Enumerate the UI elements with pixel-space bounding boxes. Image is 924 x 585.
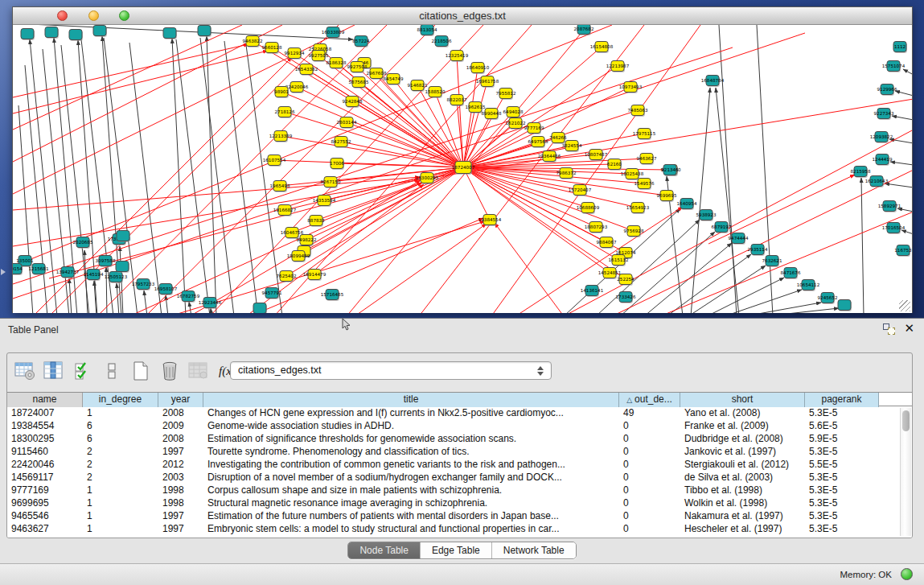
table-selector-dropdown[interactable]: citations_edges.txt [230, 361, 552, 380]
graph-node[interactable]: 12325419 [446, 51, 469, 63]
graph-node[interactable]: 9463822 [243, 36, 263, 48]
table-scrollbar[interactable] [900, 408, 911, 536]
graph-node[interactable]: 8215958 [851, 167, 871, 179]
float-panel-icon[interactable] [883, 323, 895, 335]
graph-node[interactable] [163, 28, 177, 40]
graph-node[interactable] [21, 29, 35, 41]
graph-node[interactable]: 9463627 [637, 154, 657, 166]
graph-node[interactable]: 887833 [307, 216, 325, 228]
graph-node[interactable]: 9457791 [262, 288, 282, 300]
citation-edge-black[interactable] [885, 183, 912, 187]
graph-node[interactable]: 1244419 [873, 154, 893, 167]
graph-node[interactable]: 1965498 [270, 181, 290, 193]
graph-node[interactable]: 921346 [661, 165, 679, 177]
graph-node[interactable] [117, 231, 130, 243]
graph-node[interactable]: 9699695 [657, 191, 677, 203]
citation-edge-black[interactable] [716, 88, 739, 313]
citation-edge-black[interactable] [890, 162, 912, 165]
table-scrollbar-thumb[interactable] [902, 410, 910, 431]
citation-edge-black[interactable] [117, 283, 119, 313]
citation-edge-red[interactable] [355, 224, 487, 313]
table-settings-icon[interactable] [14, 360, 35, 382]
citation-edge-black[interactable] [224, 41, 258, 313]
graph-node[interactable]: 19166827 [273, 205, 297, 217]
graph-node[interactable] [116, 262, 129, 274]
graph-node[interactable]: 9227343 [874, 109, 894, 121]
citation-edge-black[interactable] [620, 232, 715, 313]
graph-node[interactable]: 12093822 [870, 132, 893, 144]
graph-node[interactable]: 16210643 [865, 176, 889, 188]
table-row[interactable]: 977716911998Corpus callosum shape and si… [7, 484, 899, 497]
graph-node[interactable] [253, 303, 267, 314]
column-header-in_degree[interactable]: in_degree [83, 393, 158, 407]
graph-node[interactable]: 9777169 [524, 123, 544, 135]
graph-node[interactable]: 8186328 [326, 58, 347, 70]
citation-edge-red[interactable] [13, 25, 242, 130]
citation-network-graph[interactable]: 9463822966012899129342522605899275051654… [13, 25, 912, 313]
table-row[interactable]: 969969511998Structural magnetic resonanc… [7, 497, 899, 510]
graph-node[interactable]: 2087682 [574, 25, 594, 35]
graph-node[interactable]: 12213987 [606, 61, 630, 73]
graph-node[interactable]: 2020685 [73, 237, 93, 249]
citation-edge-black[interactable] [691, 88, 710, 313]
citation-edge-red[interactable] [564, 130, 912, 313]
graph-node[interactable]: 16033809 [322, 27, 345, 39]
table-body[interactable]: 1872400712008Changes of HCN gene express… [7, 407, 899, 538]
citation-edge-black[interactable] [189, 302, 191, 313]
citation-edge-black[interactable] [901, 230, 912, 234]
graph-node[interactable]: 17016504 [882, 223, 906, 235]
graph-node[interactable]: 7986372 [556, 168, 577, 180]
citation-edge-black[interactable] [166, 295, 168, 313]
delete-column-disabled-icon[interactable] [187, 360, 209, 382]
citation-edge-black[interactable] [13, 25, 353, 39]
graph-node[interactable]: 39154 [13, 264, 23, 276]
graph-node[interactable]: 1588520 [425, 87, 446, 99]
table-row[interactable]: 2242004622012Investigating the contribut… [7, 459, 899, 472]
graph-node[interactable]: 746266 [549, 133, 567, 145]
graph-node[interactable]: 2803144 [337, 117, 357, 130]
tab-edge-table[interactable]: Edge Table [421, 542, 492, 558]
citation-edge-red[interactable] [146, 25, 435, 313]
network-view-window[interactable]: citations_edges.txt 94638229660128991293… [12, 6, 913, 313]
table-row[interactable]: 1830029562008Estimation of significance … [7, 433, 899, 446]
graph-node[interactable]: 15751074 [882, 61, 906, 73]
row-height-icon[interactable] [101, 360, 122, 382]
graph-node[interactable]: 17975115 [633, 129, 656, 141]
graph-node[interactable]: 16107554 [263, 155, 286, 167]
citation-edge-from-hub[interactable] [281, 92, 463, 167]
graph-node[interactable]: 7632621 [762, 256, 782, 268]
graph-node[interactable]: 2935114 [748, 245, 768, 257]
table-row[interactable]: 911546021997Tourette syndrome. Phenomeno… [7, 446, 899, 459]
insert-column-icon[interactable] [43, 360, 64, 382]
graph-node[interactable]: 16848784 [701, 76, 725, 88]
graph-node[interactable]: 10654112 [797, 280, 819, 292]
graph-node[interactable]: 19384554 [478, 215, 502, 227]
column-header-title[interactable]: title [203, 393, 619, 407]
citation-edge-black[interactable] [889, 139, 912, 143]
graph-node[interactable] [838, 300, 852, 312]
graph-node[interactable]: 14136141 [581, 286, 604, 298]
graph-node[interactable] [45, 27, 59, 39]
graph-node[interactable]: 17957233 [132, 279, 155, 291]
table-row[interactable]: 1456911722003Disruption of a novel membe… [7, 472, 899, 484]
citation-edge-black[interactable] [176, 39, 210, 313]
table-row[interactable]: 946554611997Estimation of the future num… [7, 510, 899, 523]
graph-node[interactable]: 8822037 [447, 95, 467, 107]
graph-node[interactable]: 16961758 [476, 76, 499, 89]
table-row[interactable]: 1872400712008Changes of HCN gene express… [7, 407, 899, 420]
delete-table-icon[interactable] [158, 360, 180, 382]
graph-node[interactable]: 9756928 [624, 226, 644, 238]
graph-node[interactable]: 6879197 [712, 222, 732, 234]
graph-node[interactable]: 8427552 [331, 137, 351, 149]
graph-node[interactable]: 15720407 [569, 185, 592, 197]
graph-node[interactable]: 1112 [893, 42, 907, 54]
citation-edge-red[interactable] [13, 25, 612, 266]
graph-node[interactable]: 18724007 [452, 162, 475, 175]
network-canvas[interactable]: 9463822966012899129342522605899275051654… [13, 25, 912, 313]
citation-edge-black[interactable] [895, 91, 912, 96]
graph-node[interactable]: 116753 [894, 245, 912, 257]
table-row[interactable]: 946362711997Embryonic stem cells: a mode… [7, 523, 899, 536]
graph-node[interactable]: 8813054 [417, 25, 437, 36]
graph-node[interactable]: 15654923 [626, 203, 650, 215]
window-resize-grip[interactable] [899, 300, 910, 311]
